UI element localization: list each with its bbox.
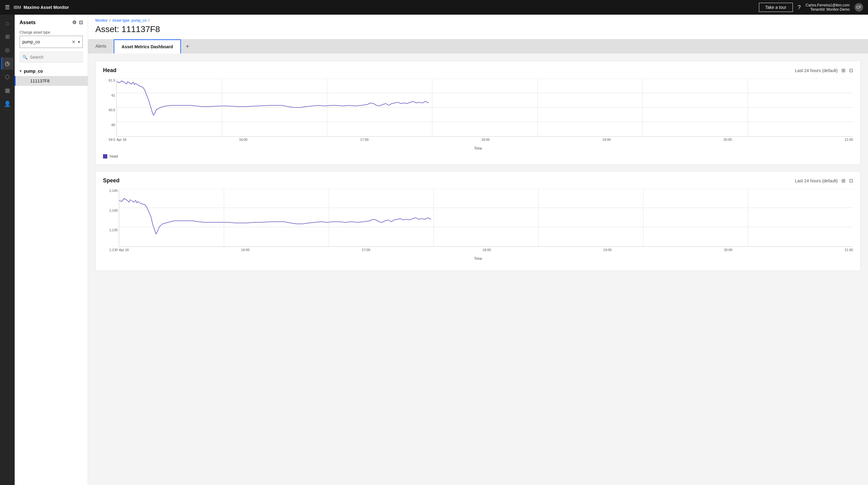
head-y-label-3: 60 xyxy=(103,123,115,127)
head-chart-time-label: Last 24 hours (default) xyxy=(795,68,838,73)
sidebar-item-grid[interactable]: ⊞ xyxy=(1,31,13,43)
head-y-axis: 61.5 61 60.5 60 59.5 xyxy=(103,78,115,141)
assets-panel: Assets ⚙ ⊡ Change asset type pump_co ✕ ▾… xyxy=(15,15,88,485)
head-y-label-1: 61 xyxy=(103,93,115,97)
breadcrumb: Monitor / Asset type: pump_co / xyxy=(95,18,861,23)
speed-x-label-4: 19:00 xyxy=(603,248,612,252)
speed-x-label-0: Apr 18 xyxy=(119,248,129,252)
sidebar-item-connect[interactable]: ◎ xyxy=(1,44,13,56)
speed-x-axis: Apr 18 16:00 17:00 18:00 19:00 20:00 21:… xyxy=(119,248,853,252)
breadcrumb-sep2: / xyxy=(148,18,149,23)
help-icon[interactable]: ? xyxy=(798,4,801,11)
speed-chart-area xyxy=(119,189,853,247)
speed-x-axis-title: Time xyxy=(103,257,853,261)
head-x-label-5: 20:00 xyxy=(723,138,732,141)
sidebar-item-user[interactable]: 👤 xyxy=(1,98,13,110)
speed-chart-card: Speed Last 24 hours (default) ⊞ ⊡ 1,145 … xyxy=(95,171,861,271)
expand-icon[interactable]: ⊡ xyxy=(79,20,83,25)
head-chart-controls: Last 24 hours (default) ⊞ ⊡ xyxy=(795,67,853,73)
head-legend-swatch xyxy=(103,154,107,159)
ibm-label: IBM xyxy=(13,5,21,10)
head-chart-area xyxy=(117,78,853,136)
speed-x-label-5: 20:00 xyxy=(724,248,733,252)
head-chart-expand-icon[interactable]: ⊡ xyxy=(849,67,853,73)
take-tour-button[interactable]: Take a tour xyxy=(759,3,793,12)
search-box: 🔍 xyxy=(20,52,83,63)
user-tenant: TenantId: Monitor-Demo xyxy=(810,7,850,11)
head-chart-config-icon[interactable]: ⊞ xyxy=(841,67,845,73)
tabs-bar: Alerts Asset Metrics Dashboard + xyxy=(88,39,868,54)
speed-x-label-1: 16:00 xyxy=(241,248,250,252)
asset-group-pump-co[interactable]: ▾ pump_co xyxy=(15,66,88,76)
assets-header-icons: ⚙ ⊡ xyxy=(72,20,83,25)
speed-chart-controls: Last 24 hours (default) ⊞ ⊡ xyxy=(795,178,853,184)
speed-x-label-3: 18:00 xyxy=(483,248,491,252)
tab-asset-metrics-dashboard[interactable]: Asset Metrics Dashboard xyxy=(114,39,181,54)
head-x-label-4: 19:00 xyxy=(602,138,611,141)
head-y-label-4: 59.5 xyxy=(103,138,115,141)
sidebar-item-monitor[interactable]: ◷ xyxy=(1,57,13,70)
asset-type-clear-icon[interactable]: ✕ xyxy=(72,39,75,44)
speed-y-label-2: 1,135 xyxy=(103,228,118,232)
head-chart-title: Head xyxy=(103,67,117,74)
breadcrumb-monitor[interactable]: Monitor xyxy=(95,18,107,23)
body-layout: ⌂ ⊞ ◎ ◷ ⬡ ▦ 👤 Assets ⚙ ⊡ Change asset ty… xyxy=(0,15,868,485)
head-x-axis: Apr 18 16:00 17:00 18:00 19:00 20:00 21:… xyxy=(117,138,853,141)
head-x-label-3: 18:00 xyxy=(482,138,490,141)
sidebar-item-flow[interactable]: ⬡ xyxy=(1,71,13,83)
asset-item-111137f8[interactable]: 111137F8 xyxy=(15,76,88,86)
head-x-label-0: Apr 18 xyxy=(117,138,126,141)
head-y-label-0: 61.5 xyxy=(103,78,115,82)
search-icon: 🔍 xyxy=(22,55,28,60)
hamburger-icon[interactable]: ☰ xyxy=(5,4,10,11)
head-x-label-6: 21:00 xyxy=(844,138,853,141)
head-y-label-2: 60.5 xyxy=(103,108,115,112)
nav-left: ☰ IBM Maximo Asset Monitor xyxy=(5,4,69,11)
head-grid-svg xyxy=(117,78,853,136)
sidebar-item-data[interactable]: ▦ xyxy=(1,84,13,97)
user-info: Carlos.Ferreira1@ibm.com TenantId: Monit… xyxy=(806,3,850,11)
brand: IBM Maximo Asset Monitor xyxy=(13,5,69,10)
asset-type-selector[interactable]: pump_co ✕ ▾ xyxy=(20,36,83,48)
group-chevron-icon: ▾ xyxy=(20,69,21,73)
icon-sidebar: ⌂ ⊞ ◎ ◷ ⬡ ▦ 👤 xyxy=(0,15,15,485)
speed-grid-svg xyxy=(119,189,853,247)
asset-type-value: pump_co xyxy=(22,39,72,44)
head-legend-label: head xyxy=(110,154,118,159)
breadcrumb-sep1: / xyxy=(110,18,110,23)
assets-title: Assets xyxy=(20,20,35,25)
asset-type-chevron-icon[interactable]: ▾ xyxy=(78,39,80,44)
page-title: Asset: 111137F8 xyxy=(95,25,861,34)
asset-tree: ▾ pump_co 111137F8 xyxy=(15,66,88,485)
breadcrumb-asset-type[interactable]: Asset type: pump_co xyxy=(112,18,146,23)
main-content: Monitor / Asset type: pump_co / Asset: 1… xyxy=(88,15,868,485)
nav-right: Take a tour ? Carlos.Ferreira1@ibm.com T… xyxy=(759,3,863,12)
speed-y-label-1: 1,140 xyxy=(103,208,118,212)
top-navigation: ☰ IBM Maximo Asset Monitor Take a tour ?… xyxy=(0,0,868,15)
speed-x-label-6: 21:00 xyxy=(844,248,853,252)
speed-y-label-0: 1,145 xyxy=(103,189,118,192)
head-chart-header: Head Last 24 hours (default) ⊞ ⊡ xyxy=(103,67,853,74)
asset-group-label: pump_co xyxy=(24,69,43,74)
avatar[interactable]: CF xyxy=(855,3,863,11)
user-email: Carlos.Ferreira1@ibm.com xyxy=(806,3,850,7)
app-name-label: Maximo Asset Monitor xyxy=(24,5,69,10)
speed-y-axis: 1,145 1,140 1,135 1,130 xyxy=(103,189,118,252)
speed-y-label-3: 1,130 xyxy=(103,248,118,252)
head-x-axis-title: Time xyxy=(103,146,853,151)
page-header: Monitor / Asset type: pump_co / Asset: 1… xyxy=(88,15,868,39)
filter-icon[interactable]: ⚙ xyxy=(72,20,76,25)
assets-header: Assets ⚙ ⊡ xyxy=(15,15,88,28)
speed-chart-title: Speed xyxy=(103,177,120,184)
speed-chart-expand-icon[interactable]: ⊡ xyxy=(849,178,853,184)
sidebar-item-home[interactable]: ⌂ xyxy=(1,17,13,29)
speed-x-label-2: 17:00 xyxy=(362,248,370,252)
search-input[interactable] xyxy=(30,55,84,60)
tab-alerts[interactable]: Alerts xyxy=(88,39,114,54)
change-asset-label: Change asset type xyxy=(15,28,88,36)
dashboard-content: Head Last 24 hours (default) ⊞ ⊡ 61.5 61… xyxy=(88,54,868,485)
head-x-label-2: 17:00 xyxy=(360,138,369,141)
speed-chart-config-icon[interactable]: ⊞ xyxy=(841,178,845,184)
asset-item-label: 111137F8 xyxy=(30,78,50,84)
tab-add-icon[interactable]: + xyxy=(181,39,194,54)
